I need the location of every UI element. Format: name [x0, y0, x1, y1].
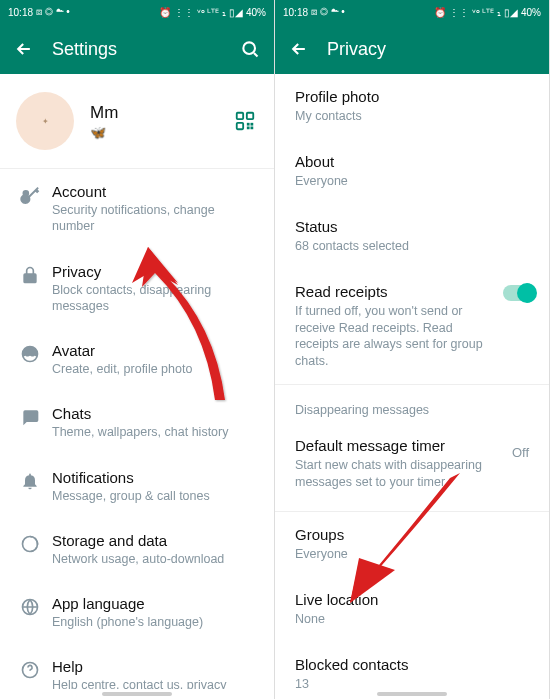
item-title: Groups — [295, 526, 529, 543]
page-title: Settings — [52, 39, 236, 60]
item-sub: Start new chats with disappearing messag… — [295, 457, 529, 491]
item-sub: Everyone — [295, 173, 529, 190]
settings-item-account[interactable]: AccountSecurity notifications, change nu… — [0, 169, 274, 249]
item-sub: None — [295, 611, 529, 628]
item-title: Blocked contacts — [295, 656, 529, 673]
settings-item-help[interactable]: HelpHelp centre, contact us, privacy pol… — [0, 644, 274, 689]
item-sub: Block contacts, disappearing messages — [52, 282, 258, 315]
face-icon — [8, 342, 52, 364]
search-icon — [240, 39, 260, 59]
item-sub: English (phone's language) — [52, 614, 258, 630]
settings-item-language[interactable]: App languageEnglish (phone's language) — [0, 581, 274, 644]
svg-rect-6 — [247, 127, 250, 130]
status-icons-left: ⧇ ◎ ☁ • — [36, 6, 70, 18]
item-title: Read receipts — [295, 283, 529, 300]
header: Privacy — [275, 24, 549, 74]
profile-name: Mm — [90, 103, 232, 123]
svg-rect-2 — [247, 113, 253, 119]
item-title: Notifications — [52, 469, 258, 486]
back-button[interactable] — [10, 35, 38, 63]
page-title: Privacy — [327, 39, 539, 60]
read-receipts-toggle[interactable] — [503, 285, 535, 301]
privacy-content: Profile photo My contacts About Everyone… — [275, 74, 549, 689]
globe-icon — [8, 595, 52, 617]
bell-icon — [8, 469, 52, 491]
settings-item-avatar[interactable]: AvatarCreate, edit, profile photo — [0, 328, 274, 391]
item-title: Live location — [295, 591, 529, 608]
item-title: Chats — [52, 405, 258, 422]
settings-item-chats[interactable]: ChatsTheme, wallpapers, chat history — [0, 391, 274, 454]
status-icons-right: ⏰ ⋮⋮ ᵛᵒ ᴸᵀᴱ ₁ ▯◢ — [434, 7, 518, 18]
svg-point-0 — [243, 42, 255, 54]
search-button[interactable] — [236, 35, 264, 63]
item-title: Profile photo — [295, 88, 529, 105]
item-sub: Everyone — [295, 546, 529, 563]
arrow-left-icon — [289, 39, 309, 59]
svg-rect-4 — [247, 123, 250, 126]
item-sub: 68 contacts selected — [295, 238, 529, 255]
status-bar: 10:18 ⧇ ◎ ☁ • ⏰ ⋮⋮ ᵛᵒ ᴸᵀᴱ ₁ ▯◢ 40% — [0, 0, 274, 24]
privacy-item-live-location[interactable]: Live location None — [275, 577, 549, 642]
item-sub: Security notifications, change number — [52, 202, 258, 235]
item-sub: If turned off, you won't send or receive… — [295, 303, 529, 371]
lock-icon — [8, 263, 52, 285]
status-time: 10:18 — [8, 7, 33, 18]
item-sub: My contacts — [295, 108, 529, 125]
status-battery: 40% — [246, 7, 266, 18]
nav-bar — [0, 689, 274, 699]
timer-value: Off — [512, 445, 529, 460]
privacy-item-groups[interactable]: Groups Everyone — [275, 512, 549, 577]
back-button[interactable] — [285, 35, 313, 63]
item-title: Help — [52, 658, 258, 675]
item-sub: 13 — [295, 676, 529, 689]
status-battery: 40% — [521, 7, 541, 18]
item-title: Status — [295, 218, 529, 235]
help-icon — [8, 658, 52, 680]
item-title: Avatar — [52, 342, 258, 359]
privacy-item-blocked-contacts[interactable]: Blocked contacts 13 — [275, 642, 549, 689]
arrow-left-icon — [14, 39, 34, 59]
privacy-item-about[interactable]: About Everyone — [275, 139, 549, 204]
settings-item-storage[interactable]: Storage and dataNetwork usage, auto-down… — [0, 518, 274, 581]
settings-screen: 10:18 ⧇ ◎ ☁ • ⏰ ⋮⋮ ᵛᵒ ᴸᵀᴱ ₁ ▯◢ 40% Setti… — [0, 0, 275, 699]
chat-icon — [8, 405, 52, 427]
qr-button[interactable] — [232, 108, 258, 134]
item-sub: Network usage, auto-download — [52, 551, 258, 567]
settings-item-notifications[interactable]: NotificationsMessage, group & call tones — [0, 455, 274, 518]
item-sub: Create, edit, profile photo — [52, 361, 258, 377]
profile-sub: 🦋 — [90, 125, 232, 140]
section-label: Disappearing messages — [275, 385, 549, 423]
item-title: Default message timer — [295, 437, 529, 454]
svg-rect-3 — [237, 123, 243, 129]
status-icons-left: ⧇ ◎ ☁ • — [311, 6, 345, 18]
status-time: 10:18 — [283, 7, 308, 18]
settings-item-privacy[interactable]: PrivacyBlock contacts, disappearing mess… — [0, 249, 274, 329]
privacy-item-profile-photo[interactable]: Profile photo My contacts — [275, 74, 549, 139]
privacy-item-status[interactable]: Status 68 contacts selected — [275, 204, 549, 269]
privacy-item-default-timer[interactable]: Default message timer Start new chats wi… — [275, 423, 549, 505]
svg-rect-1 — [237, 113, 243, 119]
profile-row[interactable]: ✦ Mm 🦋 — [0, 74, 274, 168]
status-icons-right: ⏰ ⋮⋮ ᵛᵒ ᴸᵀᴱ ₁ ▯◢ — [159, 7, 243, 18]
key-icon — [8, 183, 52, 205]
settings-content: ✦ Mm 🦋 AccountSecurity notifications, ch… — [0, 74, 274, 689]
item-sub: Help centre, contact us, privacy policy — [52, 677, 258, 689]
item-title: Account — [52, 183, 258, 200]
item-title: Privacy — [52, 263, 258, 280]
item-title: Storage and data — [52, 532, 258, 549]
svg-rect-7 — [251, 123, 254, 126]
qr-icon — [234, 110, 256, 132]
header: Settings — [0, 24, 274, 74]
item-title: About — [295, 153, 529, 170]
privacy-screen: 10:18 ⧇ ◎ ☁ • ⏰ ⋮⋮ ᵛᵒ ᴸᵀᴱ ₁ ▯◢ 40% Priva… — [275, 0, 550, 699]
data-icon — [8, 532, 52, 554]
avatar: ✦ — [16, 92, 74, 150]
item-sub: Theme, wallpapers, chat history — [52, 424, 258, 440]
svg-rect-5 — [251, 127, 254, 130]
item-sub: Message, group & call tones — [52, 488, 258, 504]
item-title: App language — [52, 595, 258, 612]
status-bar: 10:18 ⧇ ◎ ☁ • ⏰ ⋮⋮ ᵛᵒ ᴸᵀᴱ ₁ ▯◢ 40% — [275, 0, 549, 24]
nav-bar — [275, 689, 549, 699]
privacy-item-read-receipts[interactable]: Read receipts If turned off, you won't s… — [275, 269, 549, 385]
